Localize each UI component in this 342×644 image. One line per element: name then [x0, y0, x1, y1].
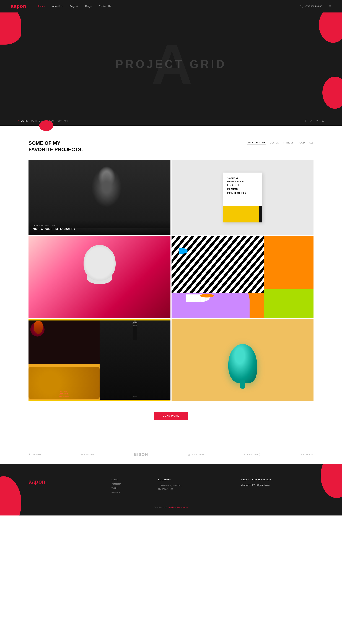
footer-link-twitter[interactable]: Twitter	[111, 487, 148, 490]
navbar-phone: +555 666 999 00	[300, 5, 322, 8]
filter-architecture[interactable]: ARCHITECTURE	[247, 141, 266, 145]
c4-zebra	[172, 236, 264, 294]
navbar-nav: Home+ About Us Pages+ Blog+ Contact Us	[37, 5, 300, 8]
card-2-text: 20 GREAT EXAMPLES OF GRAPHICDESIGNPORTFO…	[227, 177, 258, 195]
footer-social-col: Dribble Instagram Twitter Behance	[111, 478, 148, 496]
breadcrumb-social: 𝕋 ↗ ✦ ⊙	[305, 119, 324, 122]
logo-bison: BISON	[134, 452, 148, 457]
card-1-title: NOR WOOD PHOTOGRAPHY	[33, 228, 166, 231]
card-2-black-bar	[259, 206, 262, 222]
card-2-poster: 20 GREAT EXAMPLES OF GRAPHICDESIGNPORTFO…	[223, 172, 262, 222]
logo-vision: // VISION	[81, 453, 94, 456]
project-card-4[interactable]	[172, 236, 314, 318]
card-6-bg	[172, 319, 314, 401]
footer-blob-left	[0, 476, 21, 516]
wine-sublabel: ISLEROWine	[100, 323, 171, 326]
blob-decoration-top-right	[319, 12, 342, 43]
filter-all[interactable]: ALL	[309, 142, 314, 145]
footer-logo-accent: a	[28, 478, 32, 485]
breadcrumb-icon: ▪	[18, 119, 19, 122]
yellow-bar-top	[28, 319, 170, 320]
skull-head	[83, 245, 116, 280]
footer-contact-col: Start a conversation clinexmex0011@gmail…	[241, 478, 314, 496]
projects-header: SOME OF MY FAVORITE PROJECTS. ARCHITECTU…	[28, 140, 314, 153]
projects-section: SOME OF MY FAVORITE PROJECTS. ARCHITECTU…	[0, 126, 342, 445]
logo-helicon: helicon	[301, 453, 314, 456]
footer-location-title: Location	[158, 478, 231, 481]
filter-tabs: ARCHITECTURE DESIGN FITNESS FOOD ALL	[247, 140, 314, 145]
footer-link-dribble[interactable]: Dribble	[111, 478, 148, 481]
hamburger-menu[interactable]: ≡	[329, 4, 331, 8]
c4-lips	[200, 294, 214, 298]
breadcrumb-contact[interactable]: CONTACT	[57, 120, 68, 122]
card-5-food-left: if you don't LCOMEBACKOR $15 OFF	[28, 320, 100, 400]
footer-copyright-link[interactable]: Copyright by Aponthemes	[165, 506, 188, 508]
footer-logo: aapon	[28, 478, 101, 485]
food-vegs2	[34, 322, 43, 334]
projects-title: SOME OF MY FAVORITE PROJECTS.	[28, 140, 83, 153]
navbar: aapon Home+ About Us Pages+ Blog+ Contac…	[0, 0, 342, 12]
c4-lime-bg	[264, 289, 314, 318]
breadcrumb-work[interactable]: WORK	[21, 120, 28, 122]
nav-blog[interactable]: Blog+	[85, 5, 91, 8]
card-1-category: UI/UX & Interaction	[33, 224, 166, 226]
logo-orion: ✦ ORION	[28, 453, 41, 456]
nav-contact[interactable]: Contact Us	[99, 5, 111, 8]
yellow-bar-bottom	[28, 400, 170, 401]
filter-food[interactable]: FOOD	[298, 142, 305, 145]
hero-section: A PROJECT GRID	[0, 12, 342, 116]
nav-home[interactable]: Home+	[37, 5, 45, 8]
footer-content: aapon Dribble Instagram Twitter Behance …	[28, 478, 314, 496]
blob-decoration-bottom-right	[323, 77, 342, 109]
card-2-yellow-bg	[223, 206, 262, 222]
load-more-container: LOAD MORE	[28, 412, 314, 420]
teal-sculpture-wrapper	[228, 340, 257, 380]
footer-contact-title: Start a conversation	[241, 478, 314, 481]
project-card-5[interactable]: if you don't LCOMEBACKOR $15 OFF Islero …	[28, 319, 170, 401]
load-more-button[interactable]: LOAD MORE	[154, 412, 188, 420]
footer-link-instagram[interactable]: Instagram	[111, 483, 148, 485]
food-text: if you don't LCOMEBACKOR $15 OFF	[30, 390, 98, 398]
logo-render: ⟨ Render ⟩	[244, 453, 261, 456]
nav-pages[interactable]: Pages+	[70, 5, 78, 8]
breadcrumb-pill-decoration	[39, 120, 53, 131]
project-card-1[interactable]: UI/UX & Interaction NOR WOOD PHOTOGRAPHY	[28, 160, 170, 235]
c4-eye	[179, 248, 188, 254]
footer: aapon Dribble Instagram Twitter Behance …	[0, 464, 342, 516]
hero-title: PROJECT GRID	[115, 58, 227, 71]
social-icon-twitter[interactable]: 𝕋	[305, 119, 307, 122]
footer-email: clinexmex0011@gmail.com	[241, 484, 314, 486]
nav-about[interactable]: About Us	[52, 5, 62, 8]
footer-location-col: Location 27 Division St, New York,NY 100…	[158, 478, 231, 496]
social-icon-share[interactable]: ↗	[310, 119, 313, 122]
card-1-person	[28, 160, 170, 228]
social-icon-plus[interactable]: ✦	[316, 119, 318, 122]
project-card-2[interactable]: 20 GREAT EXAMPLES OF GRAPHICDESIGNPORTFO…	[172, 160, 314, 235]
footer-link-behance[interactable]: Behance	[111, 491, 148, 494]
food-composite-bg: if you don't LCOMEBACKOR $15 OFF	[28, 320, 100, 400]
blob-decoration-top-left	[0, 12, 21, 44]
wine-date: April 5.	[100, 396, 170, 397]
filter-fitness[interactable]: FITNESS	[283, 142, 294, 145]
breadcrumb-bar: ▪ WORK PORTFOLIO BLOG CONTACT 𝕋 ↗ ✦ ⊙	[0, 116, 342, 126]
card-5-wine-right: Islero ISLEROWine April 5.	[100, 320, 171, 400]
project-card-3[interactable]	[28, 236, 170, 318]
project-grid: UI/UX & Interaction NOR WOOD PHOTOGRAPHY…	[28, 160, 314, 401]
footer-blob-right	[321, 464, 342, 498]
teal-sculpture	[228, 344, 257, 383]
card-1-overlay: UI/UX & Interaction NOR WOOD PHOTOGRAPHY	[28, 220, 170, 235]
card-4-content	[172, 236, 314, 318]
filter-design[interactable]: DESIGN	[270, 142, 279, 145]
footer-copyright: Copyright by Copyright by Aponthemes	[28, 506, 314, 508]
social-icon-instagram[interactable]: ⊙	[322, 119, 324, 122]
footer-address: 27 Division St, New York,NY 10002, USA	[158, 484, 231, 492]
logo-accent: a	[11, 4, 14, 9]
project-card-6[interactable]	[172, 319, 314, 401]
footer-logo-col: aapon	[28, 478, 101, 496]
logos-bar: ✦ ORION // VISION BISON △ atkore ⟨ Rende…	[0, 445, 342, 464]
logo-atkore: △ atkore	[188, 453, 204, 456]
card-3-skull	[78, 240, 121, 296]
navbar-logo: aapon	[11, 4, 26, 9]
teal-neck	[240, 380, 245, 388]
